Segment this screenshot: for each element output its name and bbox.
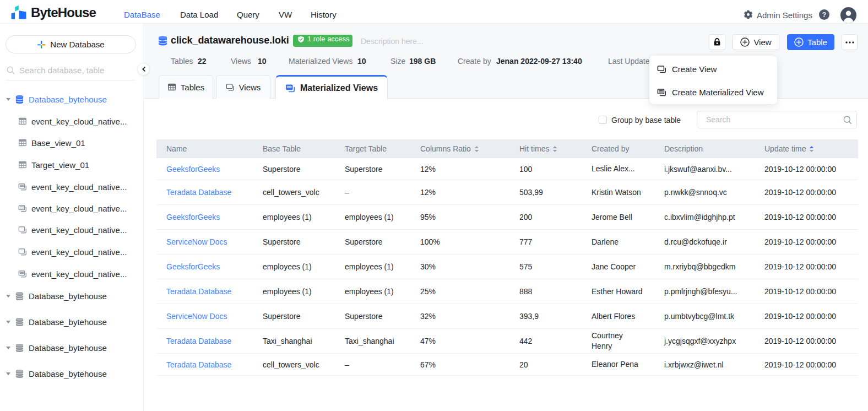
svg-text:?: ? — [822, 11, 826, 19]
